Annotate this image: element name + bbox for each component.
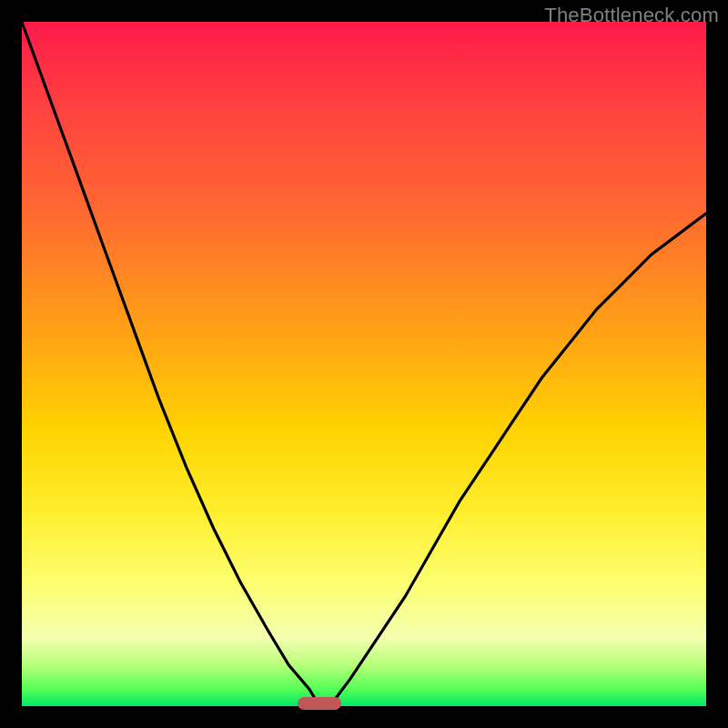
watermark-text: TheBottleneck.com	[544, 4, 719, 27]
left-curve-path	[22, 22, 319, 706]
outer-frame: TheBottleneck.com	[0, 0, 728, 728]
curves-svg	[22, 22, 706, 706]
bottleneck-marker	[298, 697, 341, 710]
right-curve-path	[329, 214, 706, 706]
plot-area	[22, 22, 706, 706]
